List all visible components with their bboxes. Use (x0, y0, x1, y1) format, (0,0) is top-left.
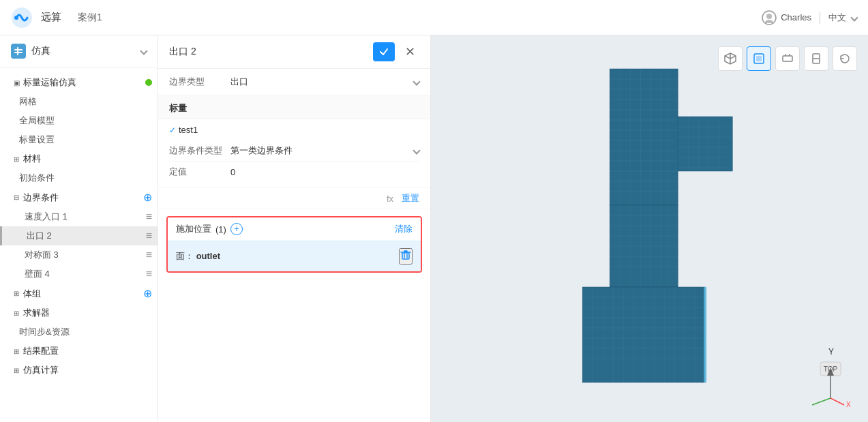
outlet2-label: 出口 2 (27, 230, 143, 242)
face-name: outlet (196, 251, 220, 261)
reset-button[interactable]: 重置 (402, 192, 419, 205)
language-dropdown-icon (850, 14, 858, 21)
materials-expand-icon: ⊞ (11, 153, 22, 164)
wall4-menu-icon[interactable]: ≡ (146, 268, 152, 280)
3d-model (494, 62, 794, 396)
logo-icon (11, 7, 33, 29)
sidebar-item-solvers[interactable]: ⊞ 求解器 (0, 303, 158, 322)
svg-rect-7 (402, 253, 409, 259)
sidebar-item-global-model[interactable]: 全局模型 (0, 111, 158, 130)
clear-button[interactable]: 清除 (395, 223, 413, 235)
panel-header: 出口 2 ✕ (158, 35, 430, 69)
apply-section-header: 施加位置 (1) + 清除 (168, 217, 421, 241)
sidebar-collapse-icon[interactable] (140, 47, 147, 55)
sidebar-item-sim-compute[interactable]: ⊞ 仿真计算 (0, 361, 158, 380)
bc-type-value[interactable]: 第一类边界条件 (230, 145, 419, 157)
fixed-value-text: 0 (230, 167, 419, 177)
bc-type-row: 边界条件类型 第一类边界条件 (169, 140, 419, 162)
face-item-outlet: 面： outlet (168, 241, 421, 271)
scalar-section-label: 标量 (169, 103, 187, 113)
y-axis-label: Y (828, 347, 834, 357)
boundary-type-text: 出口 (230, 76, 248, 88)
svg-point-1 (14, 16, 18, 20)
sidebar-item-boundary-conditions[interactable]: ⊟ 边界条件 ⊕ (0, 187, 158, 207)
initial-conditions-label: 初始条件 (19, 172, 152, 184)
sidebar: 仿真 ▣ 标量运输仿真 网格 全局模型 标量设置 ⊞ (0, 35, 158, 422)
sidebar-item-materials[interactable]: ⊞ 材料 (0, 149, 158, 168)
expand-icon: ▣ (11, 77, 22, 88)
project-name: 案例1 (78, 12, 102, 24)
language-selector[interactable]: 中文 (828, 12, 857, 24)
header-divider (820, 12, 820, 24)
svg-line-78 (812, 398, 830, 405)
3d-viewport: Y TOP X (431, 35, 868, 422)
volume-expand-icon: ⊞ (11, 288, 22, 299)
boundary-add-icon[interactable]: ⊕ (143, 191, 152, 204)
sidebar-item-mesh[interactable]: 网格 (0, 92, 158, 111)
boundary-type-label: 边界类型 (169, 76, 230, 88)
main-layout: 仿真 ▣ 标量运输仿真 网格 全局模型 标量设置 ⊞ (0, 35, 868, 422)
outlet2-menu-icon[interactable]: ≡ (146, 230, 152, 242)
sidebar-item-time-resources[interactable]: 时间步&资源 (0, 322, 158, 342)
sidebar-item-inlet1[interactable]: 速度入口 1 ≡ (0, 207, 158, 226)
logo: 远算 案例1 (11, 7, 102, 29)
inlet1-menu-icon[interactable]: ≡ (146, 211, 152, 223)
bc-type-dropdown-icon (413, 147, 420, 154)
app-name: 远算 (41, 11, 61, 24)
fx-button[interactable]: fx (387, 194, 393, 204)
confirm-button[interactable] (373, 42, 395, 61)
symmetry3-menu-icon[interactable]: ≡ (146, 249, 152, 261)
sidebar-item-initial-conditions[interactable]: 初始条件 (0, 168, 158, 187)
user-avatar-icon (762, 10, 777, 25)
property-panel: 出口 2 ✕ 边界类型 出口 标量 (158, 35, 431, 422)
check-icon: ✓ (169, 125, 176, 135)
svg-rect-73 (704, 287, 706, 382)
volume-add-icon[interactable]: ⊕ (143, 287, 152, 300)
sidebar-item-wall4[interactable]: 壁面 4 ≡ (0, 265, 158, 284)
svg-rect-9 (756, 56, 762, 61)
mesh-label: 网格 (19, 95, 152, 108)
solvers-expand-icon: ⊞ (11, 307, 22, 318)
panel-content: 边界类型 出口 标量 ✓ test1 边界条件类型 (158, 69, 430, 422)
boundary-expand-icon: ⊟ (11, 192, 22, 203)
delete-face-button[interactable] (399, 248, 413, 265)
side-view-button[interactable] (804, 46, 828, 71)
sim-compute-label: 仿真计算 (23, 364, 152, 376)
sidebar-tree: ▣ 标量运输仿真 网格 全局模型 标量设置 ⊞ 材料 初始条件 (0, 67, 158, 422)
close-button[interactable]: ✕ (400, 42, 419, 61)
sidebar-item-results-config[interactable]: ⊞ 结果配置 (0, 342, 158, 361)
svg-point-3 (766, 14, 772, 19)
scalar-settings-label: 标量设置 (19, 134, 152, 146)
inlet1-label: 速度入口 1 (25, 211, 143, 223)
boundary-type-row: 边界类型 出口 (158, 69, 430, 95)
svg-rect-31 (678, 117, 732, 171)
sidebar-item-symmetry3[interactable]: 对称面 3 ≡ (0, 245, 158, 265)
apply-count: (1) (215, 224, 226, 235)
sidebar-item-volume-groups[interactable]: ⊞ 体组 ⊕ (0, 284, 158, 303)
global-model-label: 全局模型 (19, 115, 152, 127)
panel-actions: ✕ (373, 42, 419, 61)
add-position-button[interactable]: + (230, 223, 243, 235)
add-position-icon: + (234, 224, 239, 234)
face-prefix-text: 面： (176, 251, 194, 261)
svg-rect-10 (783, 56, 792, 61)
panel-title: 出口 2 (169, 46, 196, 58)
sidebar-item-scalar-transport[interactable]: ▣ 标量运输仿真 (0, 73, 158, 92)
sidebar-header: 仿真 (0, 35, 158, 67)
test1-title: ✓ test1 (169, 125, 419, 135)
results-config-label: 结果配置 (23, 345, 152, 357)
boundary-type-value[interactable]: 出口 (230, 76, 419, 88)
boundary-conditions-label: 边界条件 (23, 192, 140, 204)
simulation-icon (11, 44, 26, 59)
refresh-button[interactable] (833, 46, 857, 71)
svg-text:X: X (846, 401, 851, 408)
results-expand-icon: ⊞ (11, 346, 22, 357)
apply-position-label: 施加位置 (176, 223, 211, 235)
axis-indicator: TOP X (807, 361, 854, 408)
sidebar-item-outlet2[interactable]: 出口 2 ≡ (0, 226, 158, 245)
sidebar-item-scalar-settings[interactable]: 标量设置 (0, 130, 158, 149)
fixed-value-row: 定值 0 (169, 162, 419, 182)
test1-label: test1 (179, 125, 198, 135)
apply-title: 施加位置 (1) + (176, 223, 243, 235)
wall4-label: 壁面 4 (25, 268, 143, 280)
